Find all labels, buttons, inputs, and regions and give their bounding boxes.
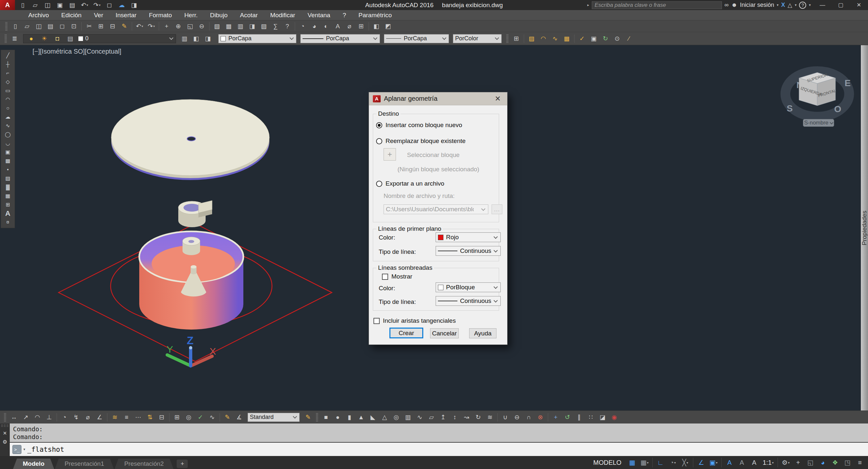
layer-plot-icon[interactable]: ▤	[64, 34, 76, 43]
rectangle-icon[interactable]: ▭	[3, 87, 13, 95]
redo-icon[interactable]: ↷▾	[91, 0, 103, 10]
menu-modificar[interactable]: Modificar	[265, 10, 301, 21]
restore-button[interactable]: ▢	[832, 0, 850, 10]
attribute-display-icon[interactable]: ⊙	[611, 34, 623, 43]
cut-icon[interactable]: ✂	[83, 22, 95, 31]
text-style-icon[interactable]: A	[332, 22, 344, 31]
3d-orbit-icon[interactable]: ◕	[308, 22, 320, 31]
arc-icon[interactable]: ◠	[3, 95, 13, 104]
zoom-realtime-icon[interactable]: ⊕	[173, 22, 184, 31]
hatch-icon[interactable]: ▨	[3, 174, 13, 183]
edit-spline-icon[interactable]: ∿	[549, 34, 561, 43]
copy-properties-icon[interactable]: ⊞	[510, 34, 522, 43]
a360-dropdown-icon[interactable]: ▾	[795, 3, 797, 7]
layer-freeze-sun-icon[interactable]: ☀	[38, 34, 50, 43]
spline-icon[interactable]: ∿	[3, 122, 13, 130]
properties-palette-icon[interactable]: ▧	[211, 22, 223, 31]
jogged-linear-icon[interactable]: ∿	[206, 412, 218, 422]
dimension-style-icon[interactable]: ⌀	[344, 22, 355, 31]
subtract-icon[interactable]: ⊖	[511, 412, 523, 422]
tab-modelo[interactable]: Modelo	[13, 459, 54, 469]
browse-button[interactable]: ...	[492, 204, 502, 214]
obscured-linetype-combo[interactable]: Continuous	[436, 296, 501, 306]
plot-preview-icon[interactable]: ◻	[103, 0, 115, 10]
multiline-text-icon[interactable]: A	[3, 209, 13, 218]
edit-attribute-icon[interactable]: ✓	[576, 34, 588, 43]
cylinder-icon[interactable]: ▮	[344, 412, 355, 422]
dimension-text-edit-icon[interactable]: ∡	[233, 412, 245, 422]
help-icon[interactable]: ?	[799, 2, 806, 9]
3d-rotate-icon[interactable]: ↺	[561, 412, 573, 422]
ucs-axes[interactable]: Z Y X	[166, 334, 216, 366]
object-snap-tracking-icon[interactable]: ∠	[695, 457, 707, 468]
pan-icon[interactable]: +	[161, 22, 173, 31]
aligned-dimension-icon[interactable]: ↗	[20, 412, 32, 422]
isometric-drafting-icon[interactable]: ╳▾	[679, 457, 691, 468]
quick-dimension-icon[interactable]: ≋	[109, 412, 121, 422]
diameter-dimension-icon[interactable]: ⌀	[82, 412, 94, 422]
save-icon[interactable]: ◫	[42, 0, 53, 10]
sweep-icon[interactable]: ↝	[461, 412, 472, 422]
tab-presentacion1[interactable]: Presentación1	[55, 459, 114, 469]
block-attribute-manager-icon[interactable]: ▣	[588, 34, 599, 43]
line-icon[interactable]: ╱	[3, 52, 13, 60]
help-button[interactable]: Ayuda	[469, 328, 496, 338]
layer-properties-manager-icon[interactable]: ≣	[9, 34, 21, 43]
make-layer-current-icon[interactable]: ◩	[382, 22, 394, 31]
publish-icon[interactable]: ⊡	[68, 22, 80, 31]
plotstyle-combo-chevron-icon[interactable]	[495, 36, 499, 40]
grid-display-icon[interactable]: ▦	[626, 457, 638, 468]
graphics-performance-icon[interactable]: ◕	[816, 457, 829, 468]
undo-icon[interactable]: ↶▾	[134, 22, 146, 31]
sheet-set-manager-icon[interactable]: ◨	[246, 22, 258, 31]
polysolid-icon[interactable]: ▥	[402, 412, 414, 422]
isolate-objects-icon[interactable]: ◱	[804, 457, 816, 468]
dialog-title-bar[interactable]: A Aplanar geometría ✕	[369, 92, 507, 105]
search-binoculars-icon[interactable]: ∞	[724, 2, 729, 8]
cancel-button[interactable]: Cancelar	[430, 328, 459, 338]
construction-line-icon[interactable]: ┼	[3, 60, 13, 69]
linetype-combo-chevron-icon[interactable]	[373, 36, 377, 40]
dialog-close-icon[interactable]: ✕	[492, 95, 503, 103]
paste-icon[interactable]: ⊟	[107, 22, 118, 31]
redo-icon[interactable]: ↷▾	[146, 22, 157, 31]
workspace-switching-dropdown-icon[interactable]: ▾	[788, 461, 789, 464]
create-button[interactable]: Crear	[390, 328, 423, 338]
show-checkbox[interactable]	[382, 274, 388, 280]
angular-dimension-icon[interactable]: ∠	[94, 412, 105, 422]
camera-icon[interactable]: ◉	[609, 412, 620, 422]
add-scale-icon[interactable]: ¤	[3, 218, 13, 227]
redo-dropdown-icon[interactable]: ▾	[99, 3, 100, 7]
save-icon[interactable]: ◫	[33, 22, 44, 31]
box-icon[interactable]: ■	[320, 412, 332, 422]
annotation-scale-icon[interactable]: A	[748, 457, 760, 468]
annotation-visibility-icon[interactable]: A	[723, 457, 736, 468]
search-input[interactable]	[592, 1, 722, 9]
ellipse-arc-icon[interactable]: ◡	[3, 139, 13, 147]
foreground-color-chevron-icon[interactable]	[494, 235, 498, 239]
redo-dropdown-icon[interactable]: ▾	[153, 24, 155, 28]
minimize-button[interactable]: —	[813, 0, 832, 10]
viewcube-compass-e[interactable]: E	[844, 78, 851, 88]
revolve-icon[interactable]: ↻	[472, 412, 484, 422]
radio-export-file-control[interactable]	[376, 181, 382, 187]
obscured-color-combo[interactable]: PorBloque	[436, 282, 501, 292]
edit-hatch-icon[interactable]: ▨	[526, 34, 537, 43]
snap-mode-icon[interactable]: ▦▾	[638, 457, 651, 468]
linear-dimension-icon[interactable]: ↔	[8, 412, 20, 422]
file-path-chevron-icon[interactable]	[481, 207, 486, 211]
lineweight-combo-chevron-icon[interactable]	[442, 36, 446, 40]
extrude-icon[interactable]: ↥	[437, 412, 449, 422]
sign-in-button[interactable]: Iniciar sesión	[740, 2, 774, 8]
menu-archivo[interactable]: Archivo	[23, 10, 54, 21]
sync-attributes-icon[interactable]: ↻	[599, 34, 611, 43]
helix-icon[interactable]: ∿	[414, 412, 426, 422]
edit-polyline-icon[interactable]: ◠	[537, 34, 549, 43]
designcenter-icon[interactable]: ▦	[223, 22, 235, 31]
command-input[interactable]	[27, 445, 222, 454]
annotation-scale-value-dropdown-icon[interactable]: ▾	[772, 461, 774, 464]
intersect-icon[interactable]: ∩	[523, 412, 534, 422]
autocad-logo-icon[interactable]: A	[0, 0, 15, 10]
a360-icon[interactable]: △	[788, 2, 792, 9]
radio-insert-block[interactable]: Insertar como bloque nuevo	[376, 122, 462, 129]
